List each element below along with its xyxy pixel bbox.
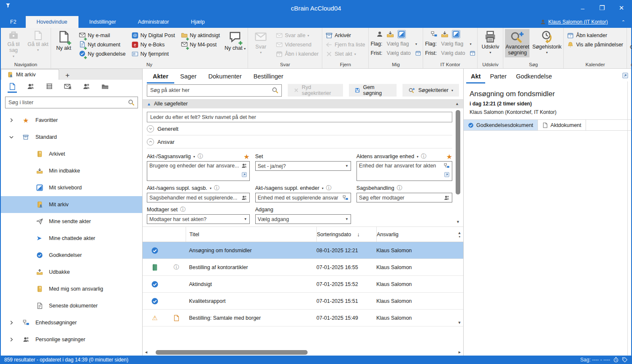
info-icon[interactable]: ⓘ bbox=[326, 184, 332, 192]
advanced-search-button[interactable]: Avanceret søgning bbox=[505, 29, 529, 57]
info-icon[interactable]: ⓘ bbox=[174, 264, 179, 271]
new-document-button[interactable]: Nyt dokument bbox=[77, 40, 127, 49]
tab-akter[interactable]: Akter bbox=[147, 70, 174, 84]
go-to-record-button[interactable]: Gå til akt▾ bbox=[27, 29, 49, 54]
sidebar-search-input[interactable] bbox=[8, 100, 128, 105]
scroll-down-icon[interactable]: ▼ bbox=[458, 321, 462, 325]
dropdown-icon[interactable]: ▼ bbox=[345, 217, 348, 221]
section-ansvar[interactable]: Ansvar bbox=[147, 135, 452, 148]
tab-dokumenter[interactable]: Dokumenter bbox=[203, 70, 248, 84]
expand-panel-icon[interactable] bbox=[622, 72, 629, 79]
scroll-down-icon[interactable]: ▼ bbox=[456, 219, 460, 225]
menu-hjaelp[interactable]: Hjælp bbox=[180, 16, 216, 28]
new-fjernprint-button[interactable]: Ny fjernprint bbox=[130, 49, 177, 59]
menu-f2[interactable]: F2 bbox=[1, 16, 26, 28]
add-tab-button[interactable]: + bbox=[59, 71, 76, 80]
collapse-section-icon[interactable] bbox=[147, 138, 154, 146]
open-calendar-button[interactable]: Åbn kalender bbox=[565, 31, 625, 40]
filter-shelf-icon[interactable] bbox=[45, 83, 54, 93]
save-search-button[interactable]: Gem søgning bbox=[349, 84, 397, 97]
sidebar-item-seneste-dokumenter[interactable]: Seneste dokumenter bbox=[1, 297, 142, 314]
forward-button[interactable]: Videresend bbox=[274, 40, 320, 49]
sidebar-item-godkendelser[interactable]: Godkendelser bbox=[1, 247, 142, 264]
current-user-link[interactable]: Klaus Salomon (IT Kontor) bbox=[548, 19, 608, 25]
record-search-box[interactable] bbox=[147, 84, 282, 97]
info-icon[interactable]: ⓘ bbox=[197, 153, 203, 160]
sidebar-item-med-mig-som-ansvarlig[interactable]: Med mig som ansvarlig bbox=[1, 280, 142, 297]
table-row[interactable]: Aktindsigt 07-01-2025 15:52 Klaus Salomo… bbox=[143, 276, 463, 293]
stopwatch-icon[interactable] bbox=[613, 357, 619, 363]
record-search-input[interactable] bbox=[150, 87, 272, 93]
column-header-sorteringsdato[interactable]: Sorteringsdato↓ bbox=[316, 227, 376, 242]
field-adgang[interactable]: Vælg adgang▼ bbox=[255, 214, 351, 224]
sidebar-item-mine-chattede-akter[interactable]: Mine chattede akter bbox=[1, 230, 142, 247]
chevron-down-icon[interactable] bbox=[8, 134, 23, 140]
dropdown-icon[interactable]: ▾ bbox=[470, 42, 471, 46]
unit-org-icon[interactable] bbox=[431, 31, 438, 38]
column-header-ansvarlig[interactable]: Ansvarlig bbox=[376, 227, 456, 242]
doc-tab-aktdokument[interactable]: Aktdokument bbox=[538, 120, 586, 130]
inbox-icon[interactable] bbox=[441, 30, 448, 38]
favorite-star-icon[interactable]: ★ bbox=[446, 153, 452, 161]
scrollbar-thumb[interactable] bbox=[156, 350, 308, 355]
unit-deadline-row[interactable]: Frist:Vælg dato bbox=[425, 49, 475, 58]
open-in-calendar-button[interactable]: Åbn i kalender bbox=[274, 49, 320, 59]
info-icon[interactable]: ⓘ bbox=[421, 153, 427, 160]
desktop-icon[interactable] bbox=[398, 31, 405, 38]
filter-units-icon[interactable] bbox=[26, 83, 35, 93]
person-icon[interactable] bbox=[376, 31, 383, 38]
search-history-button[interactable]: Søgehistorik▾ bbox=[532, 29, 562, 56]
horizontal-scrollbar[interactable]: ◄ ► bbox=[143, 349, 463, 356]
dropdown-icon[interactable]: ▾ bbox=[417, 155, 419, 159]
my-flag-row[interactable]: Flag:Vælg flag▾ bbox=[370, 39, 421, 49]
info-icon[interactable]: ⓘ bbox=[397, 184, 402, 192]
column-header-titel[interactable]: Titel bbox=[186, 227, 316, 242]
field-sagsbehandling[interactable]: Søg efter modtager bbox=[357, 193, 452, 202]
go-to-case-button[interactable]: Gå til sag▾ bbox=[3, 29, 24, 59]
reply-button[interactable]: Svar▾ bbox=[250, 29, 272, 56]
my-deadline-row[interactable]: Frist:Vælg dato bbox=[370, 49, 421, 58]
tab-parter[interactable]: Parter bbox=[485, 70, 511, 84]
field-akt-sagsansvarlig[interactable]: Brugere og enheder der har ansvare... bbox=[147, 161, 250, 181]
sidebar-item-arkivet[interactable]: Arkivet bbox=[1, 146, 142, 162]
field-suppl-enheder[interactable]: Enhed med et supplerende ansvar bbox=[255, 193, 351, 202]
menu-indstillinger[interactable]: Indstillinger bbox=[78, 16, 127, 28]
delete-record-button[interactable]: Slet akt ▾ bbox=[324, 49, 367, 59]
table-row[interactable]: Kvalitetsrapport 07-01-2025 15:51 Klaus … bbox=[143, 293, 463, 310]
dropdown-icon[interactable]: ▾ bbox=[210, 186, 211, 190]
filter-folders-icon[interactable] bbox=[100, 83, 110, 93]
chevron-right-icon[interactable] bbox=[8, 337, 23, 342]
dropdown-icon[interactable]: ▼ bbox=[244, 217, 247, 221]
scrollbar-thumb[interactable]: ● bbox=[459, 235, 460, 238]
close-button[interactable]: ✕ bbox=[612, 0, 631, 16]
info-icon[interactable]: ⓘ bbox=[180, 206, 186, 213]
new-approval-button[interactable]: Ny godkendelse bbox=[77, 49, 127, 59]
new-email-button[interactable]: Ny e-mail bbox=[77, 31, 127, 40]
sidebar-item-mit-skrivebord[interactable]: Mit skrivebord bbox=[1, 179, 142, 196]
scroll-up-icon[interactable]: ▲ bbox=[458, 231, 462, 235]
sidebar-item-enhedssoegninger[interactable]: Enhedssøgninger bbox=[1, 314, 142, 331]
people-picker-icon[interactable] bbox=[444, 195, 450, 201]
remove-from-list-button[interactable]: Fjern fra liste bbox=[324, 40, 367, 49]
reply-all-button[interactable]: Svar alle ▾ bbox=[274, 31, 320, 40]
filter-records-icon[interactable] bbox=[8, 83, 17, 93]
dropdown-icon[interactable]: ▾ bbox=[415, 42, 417, 46]
field-modtager-set[interactable]: Modtager har set akten?▼ bbox=[147, 214, 250, 224]
table-row[interactable]: Ansøgning om fondsmidler 08-01-2025 12:2… bbox=[143, 242, 463, 259]
people-picker-icon[interactable] bbox=[241, 163, 247, 169]
tab-mit-arkiv[interactable]: Mit arkiv bbox=[1, 69, 59, 80]
sidebar-search-box[interactable] bbox=[5, 97, 138, 108]
tab-godkendelse[interactable]: Godkendelse bbox=[511, 70, 556, 84]
field-finder-input[interactable] bbox=[147, 112, 452, 122]
tag-icon[interactable] bbox=[622, 357, 628, 363]
filter-people-icon[interactable] bbox=[82, 83, 91, 93]
sidebar-item-mit-arkiv[interactable]: Mit arkiv bbox=[1, 196, 142, 213]
new-m4-post-button[interactable]: Ny M4-post bbox=[179, 40, 222, 49]
unit-flag-row[interactable]: Flag:Vælg flag▾ bbox=[425, 39, 475, 49]
calendar-icon[interactable] bbox=[470, 50, 475, 56]
scrollbar-thumb[interactable] bbox=[456, 110, 460, 194]
new-digital-post-button[interactable]: Ny Digital Post bbox=[130, 31, 177, 40]
field-ansvarlig-enhed[interactable]: Enhed der har ansvaret for akten bbox=[357, 161, 452, 181]
show-reminders-button[interactable]: Vis alle påmindelser bbox=[565, 40, 625, 49]
table-row[interactable]: ⚠ Bestilling: Samtale med borger 07-01-2… bbox=[143, 310, 463, 326]
